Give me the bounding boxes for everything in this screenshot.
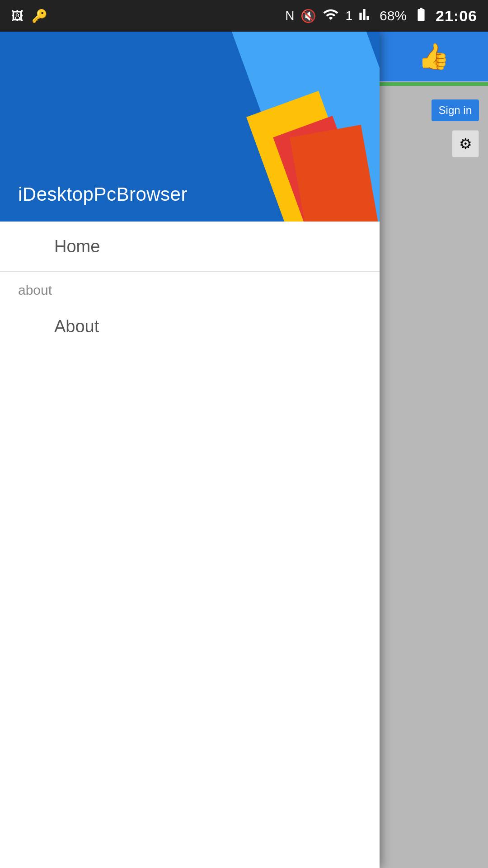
photo-icon: 🖼	[11, 9, 23, 24]
sign-in-button[interactable]: Sign in	[432, 99, 479, 121]
browser-panel-right: 👍 Sign in ⚙	[380, 32, 488, 868]
nav-item-home[interactable]: Home	[0, 222, 380, 271]
nav-section-about: about	[0, 272, 380, 302]
status-time: 21:06	[436, 7, 477, 25]
status-bar-left: 🖼 🔑	[11, 9, 47, 24]
nav-item-home-label: Home	[54, 237, 100, 256]
battery-icon	[413, 6, 429, 26]
thumbs-up-icon: 👍	[418, 42, 450, 71]
signal-icon	[359, 7, 373, 25]
drawer-content: Home about About	[0, 222, 380, 868]
n-icon: N	[285, 9, 294, 23]
status-bar-right: N 🔇 1 68% 21:06	[285, 6, 477, 26]
app-name: iDesktopPcBrowser	[18, 184, 188, 205]
drawer-header: iDesktopPcBrowser	[0, 32, 380, 222]
browser-toolbar: 👍	[380, 32, 488, 81]
progress-bar	[380, 82, 488, 86]
nav-item-about[interactable]: About	[0, 302, 380, 351]
key-icon: 🔑	[32, 9, 47, 24]
sim-icon: 1	[345, 9, 352, 23]
nav-drawer: iDesktopPcBrowser Home about About	[0, 32, 380, 868]
mute-icon: 🔇	[300, 9, 316, 24]
wifi-icon	[323, 6, 339, 26]
browser-right-content: Sign in ⚙	[380, 86, 488, 171]
status-bar: 🖼 🔑 N 🔇 1 68% 21:06	[0, 0, 488, 32]
nav-item-about-label: About	[54, 317, 99, 336]
settings-button[interactable]: ⚙	[452, 130, 479, 157]
battery-percentage: 68%	[380, 8, 407, 24]
